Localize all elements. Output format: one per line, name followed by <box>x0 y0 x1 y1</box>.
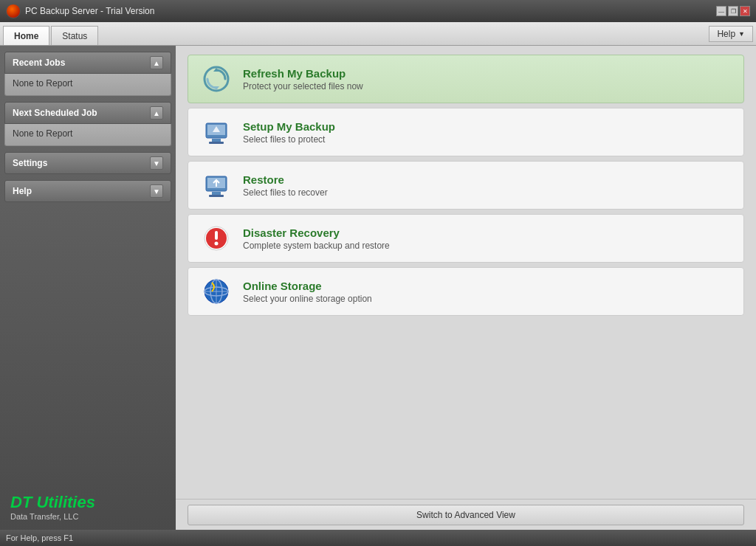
maximize-btn[interactable]: ❐ <box>728 6 738 16</box>
svg-rect-6 <box>209 142 224 144</box>
bottom-bar: Switch to Advanced View <box>176 499 756 530</box>
svg-rect-11 <box>209 195 224 197</box>
online-storage-card[interactable]: Online Storage Select your online storag… <box>188 267 744 316</box>
refresh-backup-text: Refresh My Backup Protect your selected … <box>243 67 363 91</box>
next-scheduled-content: None to Report <box>4 124 171 146</box>
tab-home[interactable]: Home <box>3 26 49 45</box>
settings-collapse-icon[interactable]: ▼ <box>150 156 163 170</box>
next-scheduled-collapse-icon[interactable]: ▲ <box>150 106 163 120</box>
disaster-recovery-card[interactable]: Disaster Recovery Complete system backup… <box>188 214 744 263</box>
minimize-btn[interactable]: — <box>716 6 726 16</box>
status-bar: For Help, press F1 <box>0 530 756 546</box>
sidebar-brand: DT Utilities Data Transfer, LLC <box>4 485 171 524</box>
refresh-backup-icon <box>200 63 233 95</box>
help-collapse-icon[interactable]: ▼ <box>150 184 163 198</box>
recent-jobs-header[interactable]: Recent Jobs ▲ <box>4 52 171 74</box>
app-title: PC Backup Server - Trial Version <box>25 6 154 16</box>
disaster-recovery-icon <box>200 222 233 255</box>
restore-card[interactable]: Restore Select files to recover <box>188 161 744 210</box>
help-button[interactable]: Help ▼ <box>709 26 753 42</box>
help-section-header[interactable]: Help ▼ <box>4 180 171 202</box>
recent-jobs-content: None to Report <box>4 74 171 96</box>
chevron-down-icon: ▼ <box>738 30 745 38</box>
content-area: Refresh My Backup Protect your selected … <box>176 46 756 499</box>
svg-rect-10 <box>212 192 221 195</box>
recent-jobs-section: Recent Jobs ▲ None to Report <box>4 52 171 96</box>
online-storage-icon <box>200 275 233 308</box>
title-bar-left: PC Backup Server - Trial Version <box>6 4 154 18</box>
online-storage-text: Online Storage Select your online storag… <box>243 280 372 304</box>
next-scheduled-header[interactable]: Next Scheduled Job ▲ <box>4 102 171 124</box>
next-scheduled-section: Next Scheduled Job ▲ None to Report <box>4 102 171 146</box>
main-layout: Recent Jobs ▲ None to Report Next Schedu… <box>0 46 756 530</box>
setup-backup-card[interactable]: Setup My Backup Select files to protect <box>188 108 744 156</box>
app-logo-icon <box>6 4 21 18</box>
svg-rect-15 <box>215 231 218 240</box>
restore-icon <box>200 169 233 201</box>
setup-backup-text: Setup My Backup Select files to protect <box>243 120 335 145</box>
sidebar: Recent Jobs ▲ None to Report Next Schedu… <box>0 46 176 530</box>
menu-bar: Home Status Help ▼ <box>0 22 756 46</box>
window-controls: — ❐ ✕ <box>716 6 750 16</box>
recent-jobs-collapse-icon[interactable]: ▲ <box>150 56 163 69</box>
switch-advanced-view-button[interactable]: Switch to Advanced View <box>188 505 744 525</box>
svg-rect-5 <box>212 139 221 142</box>
settings-header[interactable]: Settings ▼ <box>4 152 171 174</box>
title-bar: PC Backup Server - Trial Version — ❐ ✕ <box>0 0 756 22</box>
content-wrapper: Refresh My Backup Protect your selected … <box>176 46 756 530</box>
disaster-recovery-text: Disaster Recovery Complete system backup… <box>243 227 390 251</box>
menu-tabs: Home Status <box>3 22 98 45</box>
tab-status[interactable]: Status <box>51 26 98 45</box>
svg-point-16 <box>215 242 219 246</box>
restore-text: Restore Select files to recover <box>243 173 328 198</box>
setup-backup-icon <box>200 116 233 148</box>
refresh-backup-card[interactable]: Refresh My Backup Protect your selected … <box>188 55 744 103</box>
close-btn[interactable]: ✕ <box>740 6 750 16</box>
